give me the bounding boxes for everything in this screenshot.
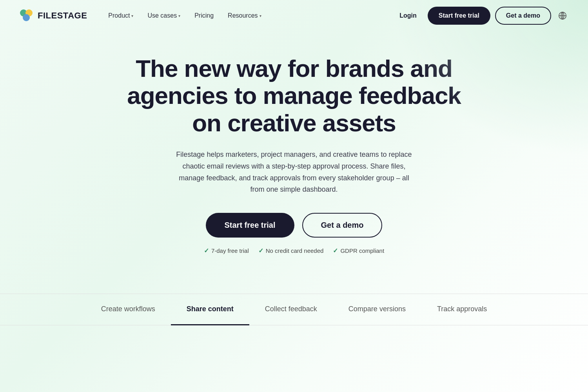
nav-start-trial-button[interactable]: Start free trial bbox=[428, 7, 490, 25]
nav-product[interactable]: Product ▾ bbox=[103, 9, 139, 22]
nav-resources[interactable]: Resources ▾ bbox=[222, 9, 267, 22]
feature-tabs: Create workflows Share content Collect f… bbox=[78, 294, 510, 325]
hero-cta-group: Start free trial Get a demo bbox=[206, 213, 383, 238]
navbar: FILESTAGE Product ▾ Use cases ▾ Pricing … bbox=[0, 0, 588, 31]
tab-track-approvals[interactable]: Track approvals bbox=[421, 294, 503, 325]
svg-point-2 bbox=[23, 14, 30, 21]
tab-collect-feedback[interactable]: Collect feedback bbox=[249, 294, 333, 325]
nav-pricing[interactable]: Pricing bbox=[189, 9, 219, 22]
hero-section: The new way for brands and agencies to m… bbox=[98, 31, 490, 286]
chevron-down-icon: ▾ bbox=[131, 14, 133, 18]
chevron-down-icon: ▾ bbox=[260, 14, 261, 18]
globe-icon bbox=[558, 11, 567, 20]
language-selector[interactable] bbox=[556, 9, 569, 22]
nav-actions: Login Start free trial Get a demo bbox=[393, 7, 569, 25]
logo[interactable]: FILESTAGE bbox=[19, 8, 87, 23]
badge-gdpr: ✓ GDPR compliant bbox=[333, 247, 384, 254]
badge-free-trial: ✓ 7-day free trial bbox=[204, 247, 249, 254]
login-button[interactable]: Login bbox=[393, 9, 423, 22]
tab-share-content[interactable]: Share content bbox=[171, 294, 249, 325]
feature-tabs-section: Create workflows Share content Collect f… bbox=[0, 294, 588, 325]
tab-create-workflows[interactable]: Create workflows bbox=[85, 294, 171, 325]
hero-title: The new way for brands and agencies to m… bbox=[117, 55, 471, 136]
hero-start-trial-button[interactable]: Start free trial bbox=[206, 213, 294, 238]
badge-no-credit-card: ✓ No credit card needed bbox=[258, 247, 324, 254]
check-icon: ✓ bbox=[204, 247, 209, 254]
hero-trust-badges: ✓ 7-day free trial ✓ No credit card need… bbox=[204, 247, 384, 254]
logo-icon bbox=[19, 8, 34, 23]
check-icon: ✓ bbox=[333, 247, 338, 254]
nav-use-cases[interactable]: Use cases ▾ bbox=[142, 9, 186, 22]
check-icon: ✓ bbox=[258, 247, 263, 254]
logo-text: FILESTAGE bbox=[38, 11, 87, 21]
tab-compare-versions[interactable]: Compare versions bbox=[333, 294, 421, 325]
hero-subtitle: Filestage helps marketers, project manag… bbox=[172, 149, 416, 196]
nav-links: Product ▾ Use cases ▾ Pricing Resources … bbox=[103, 9, 393, 22]
hero-get-demo-button[interactable]: Get a demo bbox=[302, 213, 383, 238]
chevron-down-icon: ▾ bbox=[178, 14, 180, 18]
nav-get-demo-button[interactable]: Get a demo bbox=[495, 7, 551, 25]
